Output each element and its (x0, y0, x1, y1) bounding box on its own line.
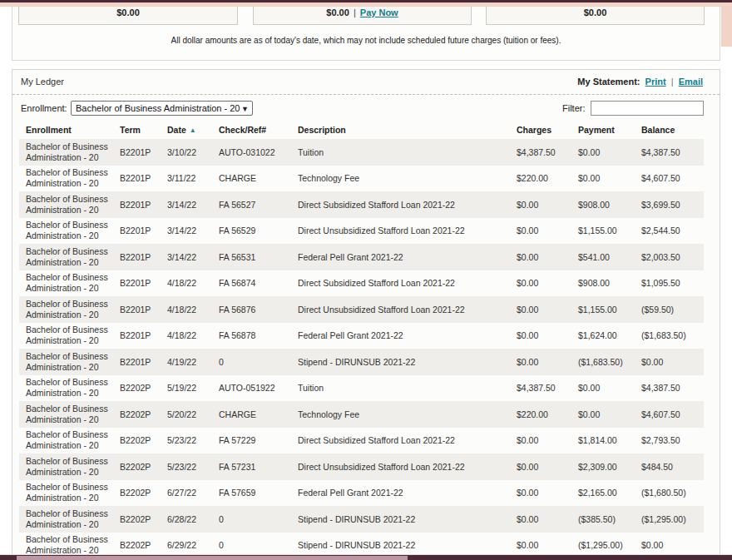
summary-box-middle: $0.00 | Pay Now (253, 7, 472, 25)
cell-ref: FA 57659 (219, 480, 298, 507)
cell-term: B2202P (120, 480, 167, 507)
cell-description: Tuition (298, 139, 517, 166)
cell-description: Direct Unsubsidized Stafford Loan 2021-2… (298, 453, 517, 480)
cell-payment: $2,165.00 (578, 480, 641, 507)
cell-balance: $4,607.50 (641, 401, 704, 428)
cell-term: B2201P (120, 244, 167, 270)
cell-enrollment: Bachelor of Business Administration - 20 (19, 296, 120, 323)
horizontal-scrollbar[interactable] (0, 554, 732, 560)
enrollment-select[interactable]: Bachelor of Business Administration - 20… (71, 101, 253, 116)
cell-date: 4/19/22 (167, 349, 219, 375)
pay-now-link[interactable]: Pay Now (360, 7, 398, 17)
cell-date: 3/14/22 (167, 218, 219, 245)
cell-balance: ($1,295.00) (641, 506, 704, 533)
col-header-balance[interactable]: Balance (641, 121, 704, 139)
col-header-charges[interactable]: Charges (517, 121, 578, 139)
page: $0.00 $0.00 | Pay Now $0.00 All dollar a… (0, 0, 732, 560)
table-row: Bachelor of Business Administration - 20… (19, 323, 704, 349)
cell-term: B2202P (120, 428, 167, 454)
table-row: Bachelor of Business Administration - 20… (19, 270, 704, 297)
cell-ref: FA 57231 (219, 453, 298, 480)
email-link[interactable]: Email (679, 77, 703, 87)
summary-amount: $0.00 (584, 7, 607, 17)
ledger-title: My Ledger (21, 77, 64, 87)
cell-term: B2201P (120, 218, 167, 245)
cell-balance: ($1,680.50) (641, 480, 704, 507)
cell-description: Federal Pell Grant 2021-22 (298, 480, 517, 507)
cell-ref: FA 56529 (219, 218, 298, 245)
cell-enrollment: Bachelor of Business Administration - 20 (19, 166, 120, 192)
col-header-term[interactable]: Term (120, 121, 167, 139)
col-header-description[interactable]: Description (298, 121, 517, 139)
cell-balance: $4,607.50 (641, 166, 704, 192)
cell-ref: CHARGE (219, 401, 298, 428)
cell-enrollment: Bachelor of Business Administration - 20 (19, 480, 120, 507)
col-header-payment[interactable]: Payment (578, 121, 641, 139)
separator: | (352, 7, 358, 17)
horizontal-scrollbar-thumb[interactable] (17, 556, 408, 560)
cell-term: B2202P (120, 453, 167, 480)
cell-ref: AUTO-051922 (219, 375, 298, 402)
summary-note: All dollar amounts are as of today's dat… (12, 36, 720, 45)
cell-payment: $1,624.00 (578, 323, 641, 349)
cell-balance: $0.00 (641, 349, 704, 375)
cell-payment: $908.00 (578, 270, 641, 297)
cell-ref: FA 56876 (219, 296, 298, 323)
table-row: Bachelor of Business Administration - 20… (19, 480, 704, 507)
cell-date: 6/27/22 (167, 480, 219, 507)
cell-enrollment: Bachelor of Business Administration - 20 (19, 191, 120, 218)
cell-date: 3/14/22 (167, 191, 219, 218)
cell-ref: FA 56878 (219, 323, 298, 349)
cell-balance: $2,544.50 (641, 218, 704, 245)
cell-payment: $2,309.00 (578, 453, 641, 480)
cell-charges: $0.00 (517, 349, 578, 375)
cell-balance: $3,699.50 (641, 191, 704, 218)
ledger-header: My Ledger My Statement: Print | Email (12, 70, 720, 95)
top-right-accent (721, 7, 732, 47)
cell-charges: $0.00 (517, 453, 578, 480)
cell-date: 5/23/22 (167, 453, 219, 480)
cell-description: Direct Subsidized Stafford Loan 2021-22 (298, 428, 517, 454)
cell-ref: 0 (219, 506, 298, 533)
statement-links: My Statement: Print | Email (577, 77, 703, 87)
col-header-check-ref[interactable]: Check/Ref# (219, 121, 298, 139)
cell-ref: AUTO-031022 (219, 139, 298, 166)
ledger-panel: My Ledger My Statement: Print | Email En… (12, 69, 720, 560)
cell-enrollment: Bachelor of Business Administration - 20 (19, 218, 120, 245)
table-row: Bachelor of Business Administration - 20… (19, 191, 704, 218)
cell-description: Direct Subsidized Stafford Loan 2021-22 (298, 270, 517, 297)
col-header-date[interactable]: Date▲ (167, 121, 219, 139)
summary-amount: $0.00 (326, 7, 349, 17)
cell-term: B2201P (120, 349, 167, 375)
ledger-controls: Enrollment: Bachelor of Business Adminis… (12, 96, 720, 121)
ledger-table: Enrollment Term Date▲ Check/Ref# Descrip… (19, 121, 704, 558)
cell-charges: $220.00 (517, 401, 578, 428)
account-summary-panel: $0.00 $0.00 | Pay Now $0.00 All dollar a… (12, 7, 720, 61)
cell-date: 5/19/22 (167, 375, 219, 402)
cell-description: Direct Unsubsidized Stafford Loan 2021-2… (298, 218, 517, 245)
cell-ref: 0 (219, 349, 298, 375)
filter-input[interactable] (591, 101, 704, 116)
print-link[interactable]: Print (645, 77, 666, 87)
table-row: Bachelor of Business Administration - 20… (19, 453, 704, 480)
cell-enrollment: Bachelor of Business Administration - 20 (19, 244, 120, 270)
cell-charges: $0.00 (517, 323, 578, 349)
cell-charges: $0.00 (517, 428, 578, 454)
cell-payment: $0.00 (578, 139, 641, 166)
separator: | (671, 77, 674, 87)
table-row: Bachelor of Business Administration - 20… (19, 166, 704, 192)
cell-payment: $0.00 (578, 375, 641, 402)
cell-description: Technology Fee (298, 166, 517, 192)
cell-date: 6/28/22 (167, 506, 219, 533)
cell-charges: $0.00 (517, 191, 578, 218)
cell-balance: ($59.50) (641, 296, 704, 323)
col-header-enrollment[interactable]: Enrollment (19, 121, 120, 139)
cell-charges: $0.00 (517, 480, 578, 507)
enrollment-label: Enrollment: (21, 103, 67, 113)
cell-balance: $2,003.50 (641, 244, 704, 270)
cell-charges: $4,387.50 (517, 139, 578, 166)
table-row: Bachelor of Business Administration - 20… (19, 349, 704, 375)
cell-term: B2202P (120, 375, 167, 402)
cell-enrollment: Bachelor of Business Administration - 20 (19, 349, 120, 375)
cell-charges: $0.00 (517, 270, 578, 297)
